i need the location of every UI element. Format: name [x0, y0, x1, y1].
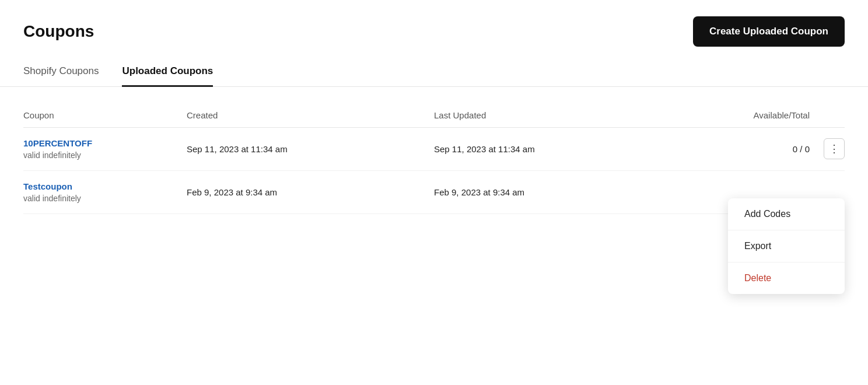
col-last-updated: Last Updated	[434, 110, 681, 120]
more-actions-button-1[interactable]: ⋮	[824, 138, 845, 159]
available-total-cell-1: 0 / 0	[681, 144, 810, 154]
col-created: Created	[187, 110, 434, 120]
coupon-name-link-1[interactable]: 10PERCENTOFF	[23, 138, 92, 148]
export-menu-item[interactable]: Export	[728, 230, 845, 262]
delete-menu-item[interactable]: Delete	[728, 262, 845, 294]
actions-dropdown: Add Codes Export Delete	[728, 198, 845, 294]
tab-uploaded-coupons[interactable]: Uploaded Coupons	[122, 58, 213, 87]
col-actions	[810, 110, 845, 120]
last-updated-cell-1: Sep 11, 2023 at 11:34 am	[434, 144, 681, 154]
col-coupon: Coupon	[23, 110, 187, 120]
coupon-cell-2: Testcoupon valid indefinitely	[23, 181, 187, 203]
page-header: Coupons Create Uploaded Coupon	[0, 0, 868, 58]
table-header: Coupon Created Last Updated Available/To…	[23, 104, 845, 128]
actions-cell-1: ⋮	[810, 138, 845, 159]
add-codes-menu-item[interactable]: Add Codes	[728, 198, 845, 230]
coupon-cell-1: 10PERCENTOFF valid indefinitely	[23, 138, 187, 160]
table-row: 10PERCENTOFF valid indefinitely Sep 11, …	[23, 128, 845, 171]
coupon-validity-2: valid indefinitely	[23, 194, 187, 203]
create-uploaded-coupon-button[interactable]: Create Uploaded Coupon	[693, 16, 845, 47]
coupon-name-link-2[interactable]: Testcoupon	[23, 181, 72, 191]
three-dots-icon: ⋮	[829, 142, 839, 155]
page-title: Coupons	[23, 22, 94, 41]
coupon-validity-1: valid indefinitely	[23, 150, 187, 160]
tab-shopify-coupons[interactable]: Shopify Coupons	[23, 58, 99, 87]
created-cell-2: Feb 9, 2023 at 9:34 am	[187, 187, 434, 197]
table-row: Testcoupon valid indefinitely Feb 9, 202…	[23, 171, 845, 214]
last-updated-cell-2: Feb 9, 2023 at 9:34 am	[434, 187, 681, 197]
col-available-total: Available/Total	[681, 110, 810, 120]
tabs-container: Shopify Coupons Uploaded Coupons	[0, 58, 868, 87]
created-cell-1: Sep 11, 2023 at 11:34 am	[187, 144, 434, 154]
coupons-table: Coupon Created Last Updated Available/To…	[0, 87, 868, 214]
